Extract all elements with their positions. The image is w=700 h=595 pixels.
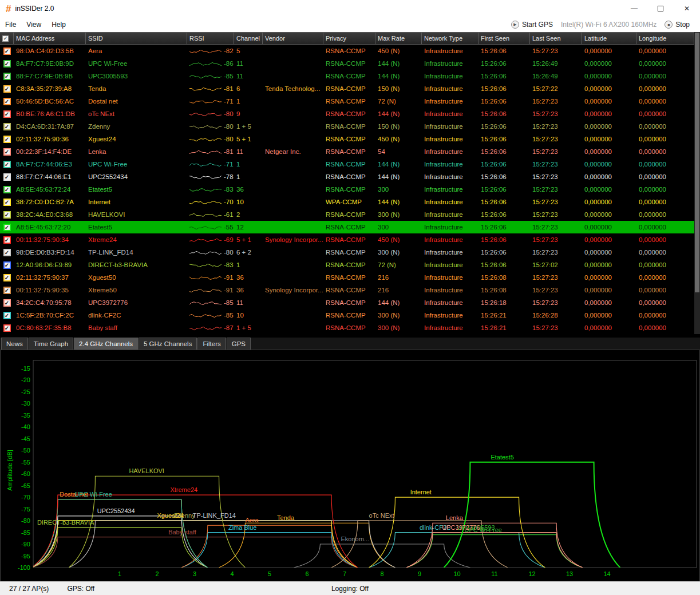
tab-news[interactable]: News (1, 338, 28, 350)
rssi: -81 (187, 84, 234, 93)
table-row[interactable]: ✓0C:80:63:2F:35:B8Baby staff-871 + 5RSNA… (0, 322, 694, 334)
app-logo-icon: # (6, 4, 11, 14)
menu-bar: File View Help ▶ Start GPS Intel(R) Wi-F… (0, 17, 700, 32)
maximize-button[interactable] (647, 0, 674, 17)
column-header[interactable]: Longitude (636, 32, 694, 45)
row-checkbox[interactable]: ✓ (3, 161, 11, 168)
scrollbar-thumb[interactable] (695, 33, 699, 292)
column-header[interactable]: RSSI (187, 32, 234, 45)
row-checkbox[interactable]: ✓ (3, 85, 11, 93)
table-row[interactable]: ✓1C:5F:2B:70:CF:2Cdlink-CF2C-8510RSNA-CC… (0, 309, 694, 322)
channel: 11 (234, 60, 263, 67)
row-checkbox[interactable]: ✓ (3, 148, 11, 156)
table-row[interactable]: ✓00:11:32:75:90:35Xtreme50-9136Synology … (0, 284, 694, 296)
row-checkbox[interactable]: ✓ (3, 123, 11, 130)
table-row[interactable]: ✓00:11:32:75:90:34Xtreme24-695 + 1Synolo… (0, 233, 694, 246)
row-checkbox-cell: ✓ (0, 211, 14, 219)
minimize-button[interactable]: — (621, 0, 647, 17)
table-row[interactable]: ✓34:2C:C4:70:95:78UPC3972776-8511RSNA-CC… (0, 296, 694, 309)
row-checkbox[interactable]: ✓ (3, 249, 11, 256)
table-row[interactable]: ✓88:F7:C7:9E:0B:9BUPC3005593-8511RSNA-CC… (0, 70, 694, 82)
latitude: 0,000000 (582, 98, 636, 105)
row-checkbox[interactable]: ✓ (3, 211, 11, 219)
row-checkbox[interactable]: ✓ (3, 299, 11, 307)
first-seen: 15:26:08 (478, 287, 530, 293)
column-header[interactable]: First Seen (478, 32, 530, 45)
tab-2-4-ghz-channels[interactable]: 2.4 GHz Channels (74, 338, 138, 350)
column-header[interactable]: Vendor (263, 32, 323, 45)
table-row[interactable]: ✓A8:5E:45:63:72:20Etatest5-5512RSNA-CCMP… (0, 221, 694, 233)
rssi-sparkline (189, 109, 223, 118)
rssi: -91 (187, 273, 234, 282)
table-row[interactable]: ✓B0:BE:76:A6:C1:DBoTc NExt-809RSNA-CCMP1… (0, 108, 694, 120)
row-checkbox[interactable]: ✓ (3, 199, 11, 206)
max-rate: 450 (N) (375, 136, 422, 142)
table-row[interactable]: ✓A8:5E:45:63:72:24Etatest5-8336RSNA-CCMP… (0, 183, 694, 196)
table-row[interactable]: ✓50:46:5D:BC:56:ACDostal net-711RSNA-CCM… (0, 95, 694, 108)
rssi-value: -86 (224, 60, 234, 67)
row-checkbox[interactable]: ✓ (3, 173, 11, 181)
row-checkbox[interactable]: ✓ (3, 73, 11, 80)
row-checkbox[interactable]: ✓ (3, 110, 11, 118)
column-header[interactable]: Max Rate (375, 32, 422, 45)
row-checkbox[interactable]: ✓ (3, 236, 11, 244)
tab-gps[interactable]: GPS (227, 338, 251, 350)
first-seen: 15:26:06 (478, 110, 530, 117)
play-icon: ▶ (511, 21, 519, 29)
row-checkbox[interactable]: ✓ (3, 136, 11, 143)
mac-address: A8:5E:45:63:72:24 (14, 186, 86, 193)
table-row[interactable]: ✓8A:F7:C7:44:06:E3UPC Wi-Free-711RSNA-CC… (0, 158, 694, 170)
row-checkbox[interactable]: ✓ (3, 312, 11, 319)
table-row[interactable]: ✓12:A0:96:D6:E9:89DIRECT-b3-BRAVIA-831RS… (0, 259, 694, 271)
row-checkbox[interactable]: ✓ (3, 47, 11, 55)
tab-time-graph[interactable]: Time Graph (29, 338, 73, 350)
privacy: RSNA-CCMP (323, 60, 375, 67)
table-row[interactable]: ✓02:11:32:75:90:36Xguest24-805 + 1RSNA-C… (0, 133, 694, 145)
start-gps-button[interactable]: ▶ Start GPS (511, 21, 553, 29)
longitude: 0,000000 (636, 211, 694, 218)
row-checkbox[interactable]: ✓ (3, 224, 11, 231)
table-row[interactable]: ✓38:2C:4A:E0:C3:68HAVELKOVI-612RSNA-CCMP… (0, 208, 694, 221)
longitude: 0,000000 (636, 173, 694, 180)
network-table: ✓MAC AddressSSIDRSSIChannelVendorPrivacy… (0, 32, 700, 334)
row-checkbox[interactable]: ✓ (3, 274, 11, 281)
table-row[interactable]: ✓8A:F7:C7:9E:0B:9DUPC Wi-Free-8611RSNA-C… (0, 57, 694, 70)
network-label: oTc NExt (369, 512, 394, 519)
row-checkbox[interactable]: ✓ (3, 287, 11, 294)
menu-view[interactable]: View (21, 17, 46, 32)
table-row[interactable]: ✓88:F7:C7:44:06:E1UPC2552434-781RSNA-CCM… (0, 170, 694, 183)
select-all-checkbox[interactable]: ✓ (2, 35, 9, 42)
row-checkbox[interactable]: ✓ (3, 324, 11, 332)
column-header[interactable]: Channel (234, 32, 263, 45)
column-header[interactable]: Privacy (323, 32, 375, 45)
first-seen: 15:26:06 (478, 211, 530, 218)
column-header[interactable]: SSID (86, 32, 187, 45)
table-row[interactable]: ✓00:22:3F:14:F4:DELenka-8111Netgear Inc.… (0, 145, 694, 158)
column-header[interactable]: MAC Address (14, 32, 86, 45)
menu-help[interactable]: Help (46, 17, 71, 32)
mac-address: 1C:5F:2B:70:CF:2C (14, 312, 86, 319)
tab-filters[interactable]: Filters (197, 338, 226, 350)
column-header[interactable]: Network Type (422, 32, 478, 45)
rssi-value: -55 (224, 224, 234, 231)
rssi-sparkline (189, 273, 223, 282)
row-checkbox[interactable]: ✓ (3, 60, 11, 68)
column-header-select[interactable]: ✓ (0, 32, 14, 45)
table-row[interactable]: ✓98:DA:C4:02:D3:5BAera-825RSNA-CCMP450 (… (0, 45, 694, 57)
row-checkbox[interactable]: ✓ (3, 186, 11, 193)
row-checkbox[interactable]: ✓ (3, 261, 11, 269)
rssi-value: -80 (224, 136, 234, 142)
menu-file[interactable]: File (0, 17, 21, 32)
table-row[interactable]: ✓98:DE:D0:B3:FD:14TP-LINK_FD14-806 + 2RS… (0, 246, 694, 259)
column-header[interactable]: Latitude (582, 32, 636, 45)
close-button[interactable]: ✕ (674, 0, 700, 17)
table-row[interactable]: ✓D4:CA:6D:31:7A:87Zdenny-801 + 5RSNA-CCM… (0, 120, 694, 133)
table-row[interactable]: ✓C8:3A:35:27:39:A8Tenda-816Tenda Technol… (0, 82, 694, 95)
column-header[interactable]: Last Seen (530, 32, 582, 45)
stop-button[interactable]: ■ Stop (665, 21, 690, 29)
row-checkbox[interactable]: ✓ (3, 98, 11, 105)
tab-5-ghz-channels[interactable]: 5 GHz Channels (139, 338, 197, 350)
vertical-scrollbar[interactable] (694, 32, 700, 334)
table-row[interactable]: ✓02:11:32:75:90:37Xguest50-9136RSNA-CCMP… (0, 271, 694, 284)
table-row[interactable]: ✓38:72:C0:DC:B2:7AInternet-7010WPA-CCMP1… (0, 196, 694, 208)
